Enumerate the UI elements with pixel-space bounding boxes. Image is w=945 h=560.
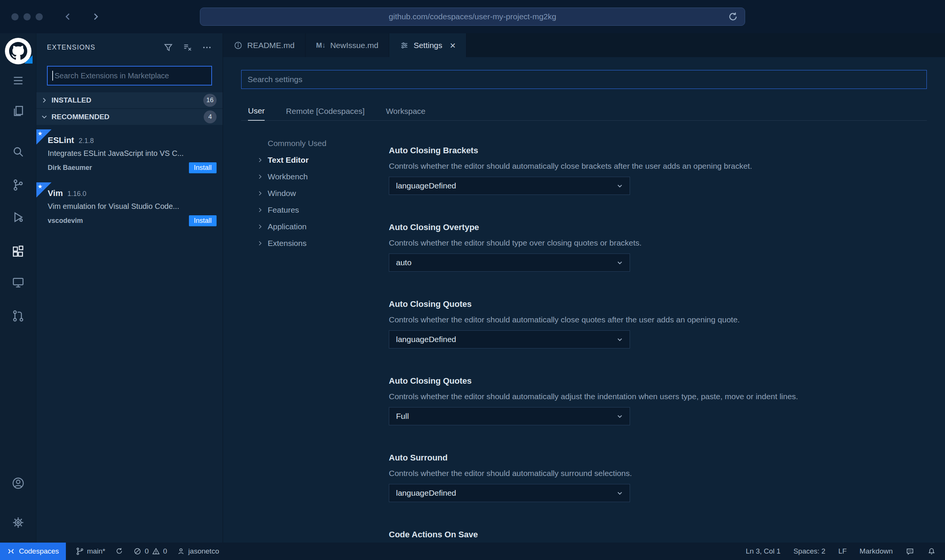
window-maximize-button[interactable] [36, 13, 43, 20]
menu-icon[interactable] [12, 74, 25, 87]
setting-dropdown[interactable]: auto [389, 254, 630, 272]
feedback-icon[interactable] [906, 547, 914, 556]
extension-description: Vim emulation for Visual Studio Code... [48, 202, 217, 211]
sync-icon [115, 547, 123, 555]
setting-description: Controls whether the editor should autom… [389, 314, 922, 325]
install-button[interactable]: Install [189, 215, 217, 226]
explorer-icon[interactable] [12, 105, 25, 118]
tab-newissue[interactable]: M↓ NewIssue.md [306, 33, 390, 57]
branch-indicator[interactable]: main* [76, 547, 106, 555]
extension-publisher: vscodevim [48, 217, 189, 225]
more-actions-icon[interactable] [202, 42, 212, 53]
indentation[interactable]: Spaces: 2 [794, 547, 826, 555]
extensions-sidebar: EXTENSIONS Search Extensions in Marketpl… [36, 33, 223, 543]
tab-label: Settings [413, 41, 442, 50]
recommended-count-badge: 4 [204, 110, 217, 123]
tab-label: NewIssue.md [330, 41, 378, 50]
remote-explorer-icon[interactable] [12, 276, 25, 289]
chevron-down-icon [615, 412, 624, 421]
toc-text-editor[interactable]: Text Editor [256, 152, 381, 168]
setting-dropdown[interactable]: languageDefined [389, 330, 630, 348]
markdown-icon: M↓ [316, 41, 326, 50]
status-bar: Codespaces main* 0 0 [0, 543, 945, 560]
refresh-icon[interactable] [727, 11, 739, 23]
filter-icon[interactable] [163, 42, 173, 53]
toc-application[interactable]: Application [256, 218, 381, 235]
chevron-right-icon [256, 240, 264, 247]
notifications-bell-icon[interactable] [927, 547, 936, 556]
info-icon [234, 41, 243, 50]
scope-tab-workspace[interactable]: Workspace [386, 107, 426, 120]
toc-extensions[interactable]: Extensions [256, 235, 381, 252]
sidebar-header: EXTENSIONS [36, 33, 223, 61]
extension-item-vim[interactable]: ★ Vim 1.16.0 Vim emulation for Visual St… [36, 182, 223, 231]
setting-description: Controls whether the editor should autom… [389, 391, 922, 402]
setting-dropdown[interactable]: languageDefined [389, 177, 630, 195]
error-icon [133, 547, 142, 555]
settings-search-input[interactable]: Search settings [241, 70, 927, 89]
url-text: github.com/codespaces/user-my-project-mg… [389, 12, 556, 21]
chevron-right-icon [256, 190, 264, 197]
settings-gear-icon[interactable] [11, 516, 25, 529]
username: jasonetco [188, 547, 219, 555]
codespaces-remote-indicator[interactable]: Codespaces [0, 543, 66, 560]
source-control-icon[interactable] [12, 179, 25, 191]
toc-features[interactable]: Features [256, 202, 381, 218]
extensions-icon[interactable] [12, 245, 25, 258]
chevron-down-icon [615, 335, 624, 344]
cursor-position[interactable]: Ln 3, Col 1 [746, 547, 781, 555]
recommended-ribbon-icon: ★ [36, 129, 51, 145]
extension-publisher: Dirk Baeumer [48, 164, 189, 172]
extension-item-eslint[interactable]: ★ ESLint 2.1.8 Integrates ESLint JavaScr… [36, 129, 223, 178]
setting-title: Auto Closing Brackets [389, 145, 922, 156]
setting-dropdown[interactable]: Full [389, 407, 630, 425]
tab-settings[interactable]: Settings × [389, 33, 466, 57]
account-icon[interactable] [11, 477, 25, 490]
extensions-search-input[interactable]: Search Extensions in Marketplace [47, 66, 212, 86]
error-count: 0 [145, 547, 149, 555]
section-installed[interactable]: INSTALLED 16 [36, 92, 223, 108]
scope-tab-user[interactable]: User [248, 106, 265, 121]
sync-indicator[interactable] [115, 547, 123, 555]
branch-icon [76, 547, 84, 555]
search-icon[interactable] [12, 145, 25, 158]
window-close-button[interactable] [11, 13, 19, 20]
section-label: INSTALLED [51, 96, 203, 104]
close-icon[interactable]: × [450, 40, 455, 50]
github-logo-icon[interactable] [5, 38, 31, 64]
chevron-down-icon [615, 258, 624, 267]
setting-row-auto-closing-brackets: Auto Closing Brackets Controls whether t… [389, 145, 922, 195]
window-controls[interactable] [11, 13, 43, 20]
run-debug-icon[interactable] [12, 211, 25, 224]
problems-indicator[interactable]: 0 0 [133, 547, 167, 555]
dropdown-value: languageDefined [396, 335, 456, 344]
install-button[interactable]: Install [189, 162, 217, 173]
back-icon[interactable] [62, 11, 74, 22]
dropdown-value: languageDefined [396, 488, 456, 498]
section-recommended[interactable]: RECOMMENDED 4 [36, 109, 223, 125]
setting-row-auto-surround: Auto Surround Controls whether the edito… [389, 453, 922, 502]
setting-title: Auto Closing Quotes [389, 376, 922, 386]
window-minimize-button[interactable] [23, 13, 31, 20]
pull-requests-icon[interactable] [12, 310, 25, 322]
address-bar[interactable]: github.com/codespaces/user-my-project-mg… [200, 8, 745, 26]
language-mode[interactable]: Markdown [859, 547, 893, 555]
chevron-right-icon [256, 206, 264, 214]
forward-icon[interactable] [90, 11, 101, 22]
warning-icon [152, 547, 160, 555]
toc-window[interactable]: Window [256, 185, 381, 202]
eol-indicator[interactable]: LF [838, 547, 847, 555]
dropdown-value: Full [396, 412, 409, 421]
settings-rows: Auto Closing Brackets Controls whether t… [389, 145, 922, 543]
toc-commonly-used[interactable]: Commonly Used [256, 135, 381, 152]
clear-search-icon[interactable] [182, 42, 193, 53]
chevron-right-icon [256, 156, 264, 164]
codespaces-label: Codespaces [19, 547, 59, 555]
tab-readme[interactable]: README.md [223, 33, 306, 57]
user-indicator[interactable]: jasonetco [177, 547, 219, 555]
setting-dropdown[interactable]: languageDefined [389, 484, 630, 502]
scope-tab-remote[interactable]: Remote [Codespaces] [286, 107, 365, 120]
toc-workbench[interactable]: Workbench [256, 168, 381, 185]
setting-title: Auto Surround [389, 453, 922, 463]
chevron-down-icon [615, 488, 624, 498]
